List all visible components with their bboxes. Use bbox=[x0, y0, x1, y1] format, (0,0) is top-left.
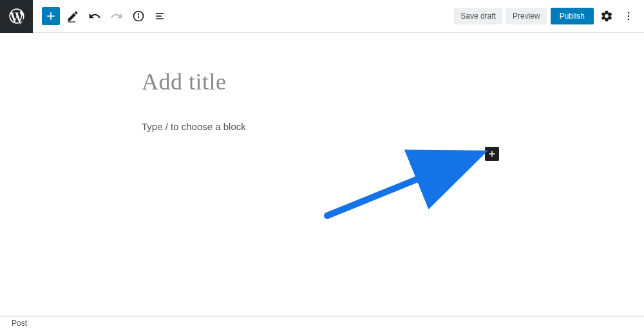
info-icon bbox=[132, 10, 145, 23]
plus-icon bbox=[487, 149, 497, 159]
toolbar-right: Save draft Preview Publish bbox=[454, 7, 644, 25]
svg-rect-6 bbox=[156, 18, 164, 19]
breadcrumb-item[interactable]: Post bbox=[12, 319, 27, 328]
more-options-button[interactable] bbox=[620, 7, 638, 25]
details-button[interactable] bbox=[129, 7, 147, 25]
undo-button[interactable] bbox=[86, 7, 104, 25]
top-toolbar: Save draft Preview Publish bbox=[0, 0, 644, 33]
redo-icon bbox=[110, 10, 123, 23]
wordpress-logo-icon bbox=[8, 7, 26, 25]
toggle-block-inserter-button[interactable] bbox=[42, 7, 60, 25]
svg-rect-0 bbox=[68, 21, 76, 22]
svg-rect-4 bbox=[156, 13, 164, 14]
post-title-input[interactable] bbox=[142, 68, 502, 95]
svg-point-3 bbox=[138, 14, 139, 14]
inline-block-inserter-button[interactable] bbox=[485, 147, 499, 161]
tools-button[interactable] bbox=[64, 7, 82, 25]
save-draft-button[interactable]: Save draft bbox=[454, 8, 502, 24]
plus-icon bbox=[44, 10, 57, 23]
outline-icon bbox=[154, 10, 167, 23]
toolbar-left bbox=[33, 7, 169, 25]
svg-point-7 bbox=[628, 12, 630, 14]
editor-inner: Type / to choose a block bbox=[142, 68, 502, 132]
pencil-icon bbox=[66, 10, 79, 23]
block-breadcrumb-bar: Post bbox=[0, 316, 644, 329]
svg-rect-5 bbox=[156, 15, 161, 17]
more-vertical-icon bbox=[622, 10, 635, 23]
wordpress-logo[interactable] bbox=[0, 0, 33, 33]
svg-line-11 bbox=[327, 158, 470, 216]
editor-canvas: Type / to choose a block bbox=[0, 33, 644, 132]
publish-button[interactable]: Publish bbox=[551, 8, 594, 24]
svg-point-8 bbox=[628, 15, 630, 17]
redo-button bbox=[108, 7, 126, 25]
preview-button[interactable]: Preview bbox=[506, 8, 547, 24]
undo-icon bbox=[88, 10, 101, 23]
annotation-arrow bbox=[322, 148, 489, 225]
svg-point-9 bbox=[628, 19, 630, 21]
settings-button[interactable] bbox=[598, 7, 616, 25]
gear-icon bbox=[600, 10, 613, 23]
default-block-placeholder[interactable]: Type / to choose a block bbox=[142, 121, 502, 132]
outline-button[interactable] bbox=[151, 7, 169, 25]
